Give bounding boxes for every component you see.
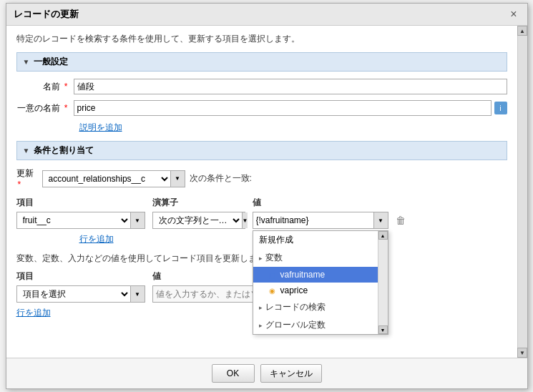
conditions-section: 更新 * account_relationships__c ▼ 次の条件と一致:…	[16, 167, 507, 319]
dialog-description: 特定のレコードを検索する条件を使用して、更新する項目を選択します。	[16, 33, 507, 45]
update-label: 更新 *	[16, 167, 38, 190]
vaprice-icon: ◉	[268, 285, 278, 295]
filter-row: fruit__c ▼ 次の文字列と一… ▼ ▼	[16, 212, 507, 229]
vaprice-label: vaprice	[280, 285, 308, 295]
add-description-link[interactable]: 説明を追加	[79, 122, 507, 134]
scroll-up-arrow[interactable]: ▲	[517, 26, 527, 36]
info-icon[interactable]: i	[494, 102, 507, 114]
col-item-header: 項目	[16, 197, 145, 209]
name-required: *	[64, 82, 68, 92]
update-row: 更新 * account_relationships__c ▼ 次の条件と一致:	[16, 167, 507, 190]
dropdown-item-vaprice[interactable]: ◉ vaprice	[253, 283, 388, 298]
vafruitname-icon: ▣	[268, 270, 278, 280]
main-scrollbar: ▲ ▼	[517, 26, 527, 358]
ok-button[interactable]: OK	[212, 364, 255, 383]
section-collapse-arrow[interactable]: ▼	[23, 58, 30, 66]
update-field-arrow[interactable]: ▼	[170, 171, 185, 187]
col-value-header: 値	[253, 197, 381, 209]
filter-op-arrow[interactable]: ▼	[242, 212, 248, 228]
dropdown-new-label: 新規作成	[259, 234, 293, 246]
name-row: 名前 *	[16, 79, 507, 94]
item-col-header: 項目	[16, 270, 145, 283]
update-field-select[interactable]: account_relationships__c ▼	[42, 170, 185, 187]
dropdown-item-record-search[interactable]: ▸ レコードの検索	[253, 298, 388, 316]
filter-value-container: ▼ 新規作成 ▸ 変数	[253, 212, 388, 229]
vafruitname-label: vafruitname	[280, 270, 326, 280]
item-field-dropdown[interactable]: 項目を選択	[17, 286, 130, 302]
name-input[interactable]	[74, 79, 507, 94]
item-field-arrow[interactable]: ▼	[130, 286, 145, 302]
unique-name-row: 一意の名前 * i	[16, 100, 507, 116]
dialog-title-bar: レコードの更新 ×	[6, 4, 527, 26]
match-text: 次の条件と一致:	[190, 172, 252, 185]
filter-op-dropdown[interactable]: 次の文字列と一…	[153, 212, 242, 228]
filter-value-arrow[interactable]: ▼	[373, 212, 388, 228]
conditions-section-label: 条件と割り当て	[34, 144, 94, 157]
dialog-title: レコードの更新	[14, 8, 79, 21]
update-record-dialog: レコードの更新 × 特定のレコードを検索する条件を使用して、更新する項目を選択し…	[6, 3, 528, 389]
unique-name-input[interactable]	[74, 100, 492, 116]
filter-item-arrow[interactable]: ▼	[130, 212, 145, 228]
unique-required: *	[64, 103, 68, 113]
popup-scroll-up[interactable]: ▲	[378, 231, 388, 240]
dialog-footer: OK キャンセル	[6, 358, 527, 388]
variables-label: 変数	[265, 252, 283, 264]
conditions-collapse-arrow[interactable]: ▼	[23, 147, 30, 155]
col-operator-header: 演算子	[152, 197, 245, 209]
dropdown-item-global-const[interactable]: ▸ グローバル定数	[253, 316, 388, 334]
update-field-dropdown[interactable]: account_relationships__c	[43, 171, 170, 187]
record-search-arrow: ▸	[259, 304, 263, 311]
filter-item-dropdown[interactable]: fruit__c	[17, 212, 130, 228]
scroll-thumb[interactable]	[518, 36, 527, 348]
filter-columns-header: 項目 演算子 値	[16, 197, 507, 209]
filter-item-select[interactable]: fruit__c ▼	[16, 212, 145, 229]
global-const-label: グローバル定数	[265, 319, 326, 331]
unique-name-label: 一意の名前 *	[16, 102, 74, 114]
popup-scroll-down[interactable]: ▼	[378, 325, 388, 334]
item-field-select[interactable]: 項目を選択 ▼	[16, 285, 145, 303]
name-label: 名前 *	[16, 81, 74, 93]
close-button[interactable]: ×	[507, 8, 519, 21]
scroll-down-arrow[interactable]: ▼	[517, 348, 527, 358]
filter-value-input-wrapper: ▼	[253, 212, 388, 229]
dropdown-item-new[interactable]: 新規作成	[253, 231, 388, 249]
record-search-label: レコードの検索	[265, 301, 326, 313]
filter-row-delete[interactable]: 🗑	[396, 215, 406, 226]
conditions-section-header: ▼ 条件と割り当て	[16, 141, 507, 160]
main-content: 特定のレコードを検索する条件を使用して、更新する項目を選択します。 ▼ 一般設定…	[6, 26, 517, 358]
filter-value-input[interactable]	[253, 212, 373, 228]
general-settings-section-header: ▼ 一般設定	[16, 52, 507, 72]
popup-scrollbar: ▲ ▼	[378, 231, 388, 334]
filter-op-select[interactable]: 次の文字列と一… ▼	[152, 212, 245, 229]
general-settings-label: 一般設定	[34, 56, 68, 68]
cancel-button[interactable]: キャンセル	[260, 364, 322, 383]
value-dropdown-popup: 新規作成 ▸ 変数 ▣ vafruitname	[253, 230, 388, 335]
dropdown-item-variables[interactable]: ▸ 変数	[253, 249, 388, 267]
dropdown-item-vafruitname[interactable]: ▣ vafruitname	[253, 267, 388, 283]
variables-arrow: ▸	[259, 255, 263, 262]
popup-scroll-track	[378, 240, 388, 325]
dialog-body: 特定のレコードを検索する条件を使用して、更新する項目を選択します。 ▼ 一般設定…	[6, 26, 527, 358]
global-const-arrow: ▸	[259, 322, 263, 329]
